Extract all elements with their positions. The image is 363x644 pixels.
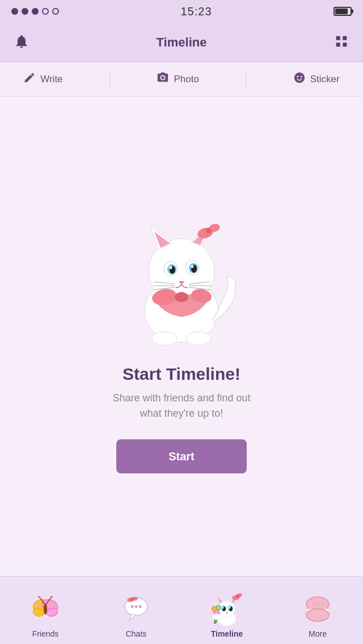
svg-point-0 (294, 73, 305, 83)
svg-point-63 (319, 604, 321, 606)
svg-point-55 (212, 614, 221, 620)
camera-icon (157, 71, 169, 87)
svg-point-51 (229, 607, 231, 609)
macaron-icon (299, 591, 336, 627)
svg-point-7 (206, 228, 212, 234)
svg-point-60 (317, 601, 319, 603)
cat-flowers-icon (209, 591, 245, 627)
write-icon (23, 71, 36, 87)
photo-label: Photo (174, 74, 199, 85)
svg-point-2 (301, 76, 302, 78)
signal-indicator (11, 8, 59, 15)
svg-point-26 (186, 332, 211, 345)
nav-item-timeline[interactable]: Timeline (182, 591, 272, 638)
divider-2 (246, 71, 246, 88)
nav-label-more: More (309, 629, 327, 638)
butterfly-icon (27, 591, 64, 627)
svg-point-50 (222, 607, 224, 609)
svg-point-15 (191, 265, 194, 268)
signal-dot-4 (42, 8, 49, 15)
svg-point-58 (306, 609, 329, 621)
page-title: Timeline (157, 35, 207, 50)
clock: 15:23 (180, 5, 212, 18)
svg-point-61 (322, 602, 323, 604)
nav-label-chats: Chats (126, 629, 147, 638)
write-label: Write (40, 74, 62, 85)
sticker-icon (293, 71, 306, 87)
photo-action[interactable]: Photo (157, 71, 199, 87)
start-subtitle: Share with friends and find out what the… (112, 391, 250, 421)
nav-label-timeline: Timeline (211, 629, 243, 638)
bell-icon[interactable] (14, 33, 29, 52)
status-bar: 15:23 (0, 0, 363, 23)
sticker-action[interactable]: Sticker (293, 71, 340, 87)
header: Timeline (0, 23, 363, 62)
start-title: Start Timeline! (123, 365, 240, 384)
svg-point-38 (131, 605, 134, 608)
grid-icon[interactable] (334, 33, 349, 52)
svg-point-59 (313, 602, 314, 604)
signal-dot-5 (52, 8, 59, 15)
start-button-label: Start (168, 450, 195, 463)
svg-point-25 (152, 332, 177, 345)
action-bar: Write Photo Sticker (0, 62, 363, 96)
chat-icon (118, 591, 154, 627)
cat-illustration (113, 192, 250, 351)
battery-fill (335, 9, 348, 14)
signal-dot-1 (11, 8, 18, 15)
sticker-label: Sticker (310, 74, 340, 85)
nav-item-chats[interactable]: Chats (91, 591, 182, 638)
nav-label-friends: Friends (32, 629, 59, 638)
nav-item-more[interactable]: More (272, 591, 363, 638)
bottom-nav: Friends Chats (0, 576, 363, 644)
svg-point-1 (297, 76, 298, 78)
divider-1 (109, 71, 110, 88)
signal-dot-3 (32, 8, 39, 15)
svg-point-14 (170, 266, 172, 269)
svg-point-45 (236, 595, 239, 598)
svg-point-32 (38, 596, 40, 598)
svg-point-37 (131, 598, 134, 601)
start-button[interactable]: Start (116, 439, 247, 473)
svg-point-33 (50, 596, 53, 598)
main-content: Start Timeline! Share with friends and f… (0, 96, 363, 592)
svg-point-39 (135, 605, 138, 608)
battery-indicator (334, 7, 352, 16)
svg-point-40 (139, 605, 142, 608)
write-action[interactable]: Write (23, 71, 62, 87)
svg-point-24 (175, 292, 188, 302)
svg-point-31 (44, 603, 47, 615)
svg-point-54 (216, 605, 221, 610)
nav-item-friends[interactable]: Friends (0, 591, 91, 638)
svg-point-62 (315, 604, 316, 606)
signal-dot-2 (22, 8, 28, 15)
